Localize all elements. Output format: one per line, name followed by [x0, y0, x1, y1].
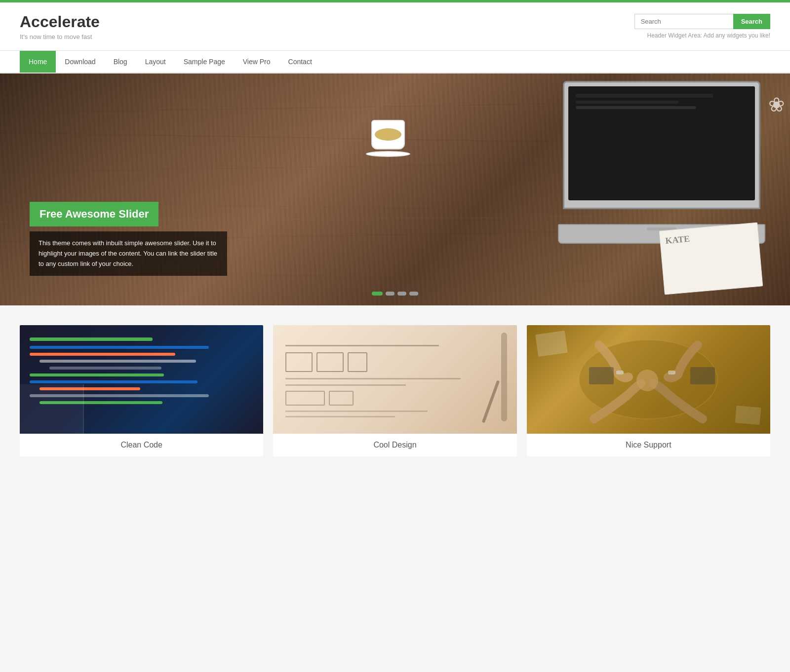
hero-slider: ❀ KATE Free Awesome Slider This theme co… — [0, 74, 790, 305]
sketch-boxes — [285, 345, 504, 417]
header-widget-area: Search Header Widget Area: Add any widge… — [634, 14, 770, 39]
nav-item-layout[interactable]: Layout — [136, 51, 175, 73]
svg-rect-14 — [690, 367, 715, 384]
cup-body — [371, 120, 405, 149]
support-svg — [569, 330, 727, 429]
features-section: Clean Code — [0, 305, 790, 466]
notebook: KATE — [659, 223, 763, 295]
svg-line-1 — [0, 133, 592, 143]
nav-item-sample-page[interactable]: Sample Page — [175, 51, 234, 73]
svg-point-10 — [636, 370, 658, 391]
laptop-lid — [563, 81, 760, 209]
laptop-screen — [568, 86, 755, 200]
notebook-spiral — [501, 333, 507, 421]
nav-link-layout[interactable]: Layout — [136, 51, 175, 73]
feature-image-code — [20, 325, 263, 434]
features-grid: Clean Code — [20, 325, 770, 456]
site-tagline: It's now time to move fast — [20, 33, 100, 40]
main-navigation: Home Download Blog Layout Sample Page Vi… — [0, 51, 790, 74]
site-header: Accelerate It's now time to move fast Se… — [0, 2, 790, 51]
slider-dot-3[interactable] — [397, 292, 406, 296]
feature-image-support — [527, 325, 770, 434]
svg-line-6 — [0, 98, 592, 108]
slider-background: ❀ KATE Free Awesome Slider This theme co… — [0, 74, 790, 305]
slider-description: This theme comes with inbuilt simple awe… — [30, 231, 227, 276]
design-visualization — [273, 325, 516, 434]
svg-rect-11 — [616, 371, 624, 374]
flowers-icon: ❀ — [768, 93, 785, 116]
cup-container — [371, 120, 411, 157]
svg-line-7 — [0, 148, 592, 152]
feature-image-design — [273, 325, 516, 434]
nav-link-blog[interactable]: Blog — [105, 51, 136, 73]
search-input[interactable] — [634, 14, 733, 29]
paper-1 — [535, 331, 568, 357]
flowers-area: ❀ — [768, 93, 785, 116]
feature-label-support: Nice Support — [527, 434, 770, 456]
nav-list: Home Download Blog Layout Sample Page Vi… — [0, 51, 790, 73]
site-branding: Accelerate It's now time to move fast — [20, 12, 100, 40]
slider-dot-4[interactable] — [409, 292, 418, 296]
nav-link-download[interactable]: Download — [56, 51, 104, 73]
slider-dots — [372, 292, 418, 296]
paper-2 — [735, 406, 761, 425]
tea-cup-area — [371, 120, 411, 157]
slider-dot-1[interactable] — [372, 292, 383, 296]
header-widget-text: Header Widget Area: Add any widgets you … — [647, 32, 770, 39]
search-form: Search — [634, 14, 770, 29]
site-title: Accelerate — [20, 12, 100, 31]
nav-item-blog[interactable]: Blog — [105, 51, 136, 73]
slider-title: Free Awesome Slider — [30, 202, 158, 226]
svg-line-2 — [0, 162, 592, 172]
svg-rect-13 — [589, 367, 614, 384]
nav-item-contact[interactable]: Contact — [279, 51, 321, 73]
code-laptop-hint — [20, 384, 84, 434]
nav-item-home[interactable]: Home — [20, 51, 56, 73]
feature-label-code: Clean Code — [20, 434, 263, 456]
tea-liquid — [375, 128, 401, 141]
nav-link-contact[interactable]: Contact — [279, 51, 321, 73]
nav-link-view-pro[interactable]: View Pro — [234, 51, 279, 73]
svg-rect-12 — [668, 371, 675, 374]
feature-card-cool-design: Cool Design — [273, 325, 516, 456]
cup-saucer — [366, 151, 410, 157]
nav-item-view-pro[interactable]: View Pro — [234, 51, 279, 73]
nav-item-download[interactable]: Download — [56, 51, 104, 73]
feature-card-clean-code: Clean Code — [20, 325, 263, 456]
search-button[interactable]: Search — [733, 14, 770, 29]
screen-content — [568, 86, 755, 119]
nav-link-home[interactable]: Home — [20, 51, 56, 73]
slider-dot-2[interactable] — [386, 292, 395, 296]
nav-link-sample-page[interactable]: Sample Page — [175, 51, 234, 73]
feature-label-design: Cool Design — [273, 434, 516, 456]
feature-card-nice-support: Nice Support — [527, 325, 770, 456]
svg-line-0 — [0, 103, 592, 113]
slider-caption: Free Awesome Slider This theme comes wit… — [30, 202, 227, 276]
